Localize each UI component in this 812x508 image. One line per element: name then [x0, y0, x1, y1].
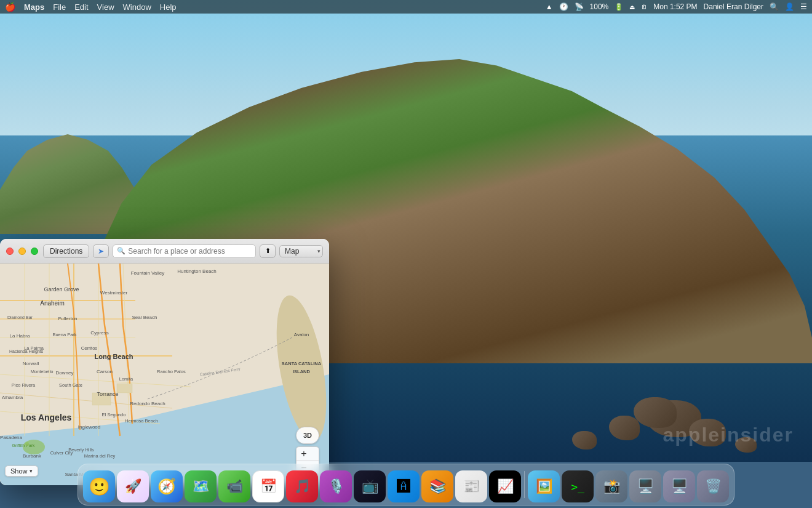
- dock-icon-finder[interactable]: 🙂: [83, 470, 115, 502]
- books-icon: 📚: [429, 478, 446, 494]
- dock-icon-photos[interactable]: 🖼️: [528, 470, 560, 502]
- menu-file[interactable]: File: [53, 2, 66, 12]
- dock-icon-launchpad[interactable]: 🚀: [117, 470, 149, 502]
- trash-icon: 🗑️: [705, 478, 722, 494]
- svg-text:Inglewood: Inglewood: [78, 424, 100, 430]
- svg-point-56: [25, 442, 29, 446]
- search-menubar-icon[interactable]: 🔍: [770, 2, 779, 11]
- share-button[interactable]: ⬆: [260, 244, 276, 258]
- location-button[interactable]: ➤: [93, 244, 109, 258]
- svg-text:Carson: Carson: [97, 369, 113, 374]
- svg-text:Diamond Bar: Diamond Bar: [7, 315, 33, 320]
- svg-rect-18: [117, 384, 132, 393]
- clock-icon[interactable]: 🗓: [641, 4, 647, 10]
- svg-text:Hermosa Beach: Hermosa Beach: [125, 418, 158, 424]
- dock-icon-books[interactable]: 📚: [421, 470, 453, 502]
- window-titlebar: Directions ➤ 🔍 ⬆ Map Transit Satellite: [0, 239, 329, 264]
- dock-separator: [524, 471, 525, 498]
- launchpad-icon: 🚀: [125, 478, 141, 494]
- window-minimize-button[interactable]: [18, 248, 26, 255]
- battery-percentage: 100%: [590, 2, 609, 11]
- apple-menu[interactable]: 🍎: [5, 2, 15, 12]
- directions-button[interactable]: Directions: [43, 244, 89, 258]
- dock-icon-tv[interactable]: 📺: [354, 470, 386, 502]
- svg-text:SANTA CATALINA: SANTA CATALINA: [282, 361, 322, 366]
- svg-text:Garden Grove: Garden Grove: [44, 286, 79, 292]
- menubar: 🍎 Maps File Edit View Window Help ▲ 🕐 📡 …: [0, 0, 812, 14]
- svg-text:Cerritos: Cerritos: [81, 345, 98, 351]
- dock-icon-facetime[interactable]: 📹: [218, 470, 250, 502]
- svg-text:La Palma: La Palma: [24, 345, 44, 351]
- dock-icon-misc1[interactable]: 🖥️: [629, 470, 661, 502]
- terminal-icon: >_: [571, 480, 584, 493]
- notification-icon[interactable]: ☰: [800, 2, 807, 11]
- zoom-in-button[interactable]: +: [297, 447, 311, 461]
- menu-window[interactable]: Window: [123, 2, 151, 12]
- dock-icon-appstore[interactable]: 🅰: [388, 470, 420, 502]
- svg-text:Long Beach: Long Beach: [95, 353, 133, 360]
- toolbar: Directions ➤ 🔍 ⬆ Map Transit Satellite: [43, 244, 323, 258]
- show-button[interactable]: Show ▾: [5, 466, 38, 477]
- svg-text:Burbank: Burbank: [23, 453, 42, 459]
- location-arrow-icon: ➤: [98, 247, 104, 256]
- svg-text:La Habra: La Habra: [10, 333, 30, 339]
- map-type-dropdown[interactable]: Map Transit Satellite: [279, 245, 323, 257]
- menubar-left: 🍎 Maps File Edit View Window Help: [5, 2, 177, 12]
- map-type-selector[interactable]: Map Transit Satellite ▾: [279, 245, 323, 257]
- dock-icon-stocks[interactable]: 📈: [489, 470, 521, 502]
- dock: 🙂 🚀 🧭 🗺️ 📹 📅 🎵 🎙️ 📺 🅰 📚: [78, 464, 734, 506]
- dock-icon-screenshot[interactable]: 📸: [595, 470, 627, 502]
- svg-text:Beverly Hills: Beverly Hills: [68, 447, 94, 453]
- svg-text:Lomita: Lomita: [119, 376, 133, 382]
- 3d-button[interactable]: 3D: [296, 427, 319, 444]
- tv-icon: 📺: [362, 478, 378, 494]
- wifi-icon[interactable]: ▲: [546, 2, 553, 11]
- maps-icon: 🗺️: [193, 478, 209, 494]
- svg-text:Alhambra: Alhambra: [2, 395, 23, 400]
- menu-edit[interactable]: Edit: [74, 2, 88, 12]
- safari-icon: 🧭: [157, 478, 176, 495]
- svg-text:Huntington Beach: Huntington Beach: [177, 268, 217, 274]
- calendar-icon: 📅: [260, 478, 277, 494]
- svg-text:Los Angeles: Los Angeles: [21, 413, 72, 422]
- dock-icon-safari[interactable]: 🧭: [151, 470, 183, 502]
- battery-icon[interactable]: 🔋: [615, 3, 623, 11]
- app-name[interactable]: Maps: [24, 2, 44, 12]
- user-name[interactable]: Daniel Eran Dilger: [704, 2, 763, 11]
- dock-icon-news[interactable]: 📰: [455, 470, 487, 502]
- dock-icon-misc2[interactable]: 🖥️: [663, 470, 695, 502]
- dock-icon-trash[interactable]: 🗑️: [697, 470, 729, 502]
- rock-5: [572, 431, 597, 450]
- svg-text:Westminster: Westminster: [100, 290, 128, 296]
- dock-icon-terminal[interactable]: >_: [562, 470, 594, 502]
- podcasts-icon: 🎙️: [328, 478, 344, 494]
- dock-icon-music[interactable]: 🎵: [286, 470, 318, 502]
- svg-text:Anaheim: Anaheim: [40, 300, 64, 307]
- dock-icon-calendar[interactable]: 📅: [252, 470, 284, 502]
- map-background: Fountain Valley Huntington Beach Garden …: [0, 264, 329, 485]
- map-content[interactable]: Fountain Valley Huntington Beach Garden …: [0, 264, 329, 485]
- svg-text:Redondo Beach: Redondo Beach: [130, 401, 165, 406]
- svg-text:Pasadena: Pasadena: [0, 435, 23, 440]
- svg-text:Torrance: Torrance: [97, 391, 118, 397]
- stocks-icon: 📈: [497, 478, 514, 494]
- dock-icon-maps[interactable]: 🗺️: [185, 470, 217, 502]
- airdrop-icon[interactable]: 📡: [575, 2, 584, 11]
- time-machine-icon[interactable]: 🕐: [559, 2, 568, 11]
- screenshot-icon: 📸: [603, 478, 620, 494]
- svg-text:Fullerton: Fullerton: [58, 316, 77, 321]
- svg-text:Fountain Valley: Fountain Valley: [131, 270, 165, 276]
- window-maximize-button[interactable]: [31, 248, 38, 255]
- search-bar[interactable]: 🔍: [113, 244, 256, 258]
- menu-view[interactable]: View: [97, 2, 114, 12]
- search-input[interactable]: [128, 247, 252, 256]
- window-close-button[interactable]: [6, 248, 14, 255]
- svg-text:Griffith Park: Griffith Park: [12, 443, 35, 448]
- chevron-down-icon: ▾: [30, 468, 33, 474]
- eject-icon[interactable]: ⏏: [629, 4, 635, 10]
- user-avatar[interactable]: 👤: [785, 2, 794, 11]
- dock-icon-podcasts[interactable]: 🎙️: [320, 470, 352, 502]
- share-icon: ⬆: [265, 247, 271, 255]
- svg-text:El Segundo: El Segundo: [102, 412, 126, 417]
- menu-help[interactable]: Help: [160, 2, 177, 12]
